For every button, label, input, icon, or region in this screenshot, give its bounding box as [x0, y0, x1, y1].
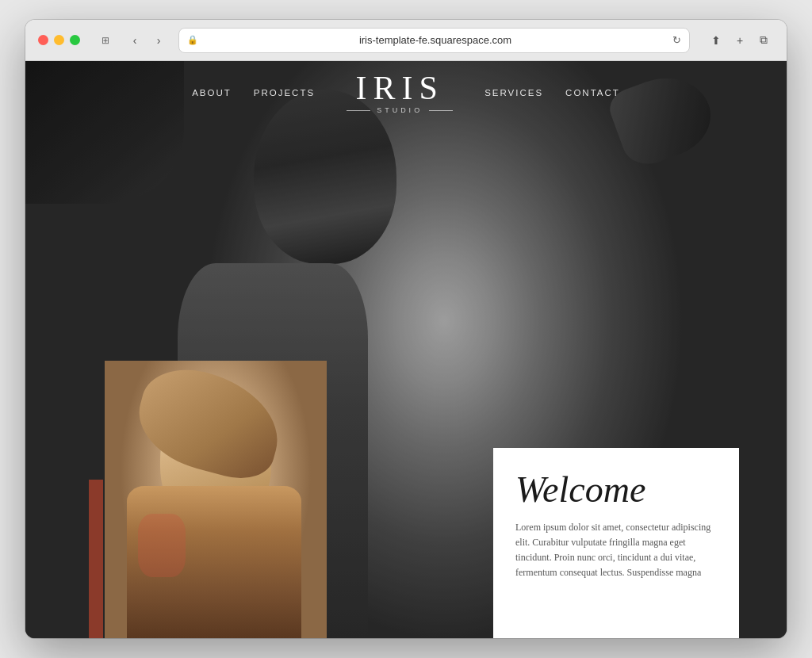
- website-content: ABOUT PROJECTS IRIS STUDIO SERVICES CONT…: [25, 61, 787, 638]
- red-accent-bar: [89, 480, 103, 638]
- lock-icon: 🔒: [187, 35, 198, 45]
- logo-divider-line-right: [429, 110, 453, 111]
- window-controls: ⊞: [96, 33, 115, 48]
- new-tab-button[interactable]: +: [730, 30, 750, 51]
- back-button[interactable]: ‹: [124, 30, 145, 51]
- forward-button[interactable]: ›: [148, 30, 169, 51]
- sidebar-toggle-button[interactable]: ⊞: [96, 33, 115, 48]
- logo-divider: STUDIO: [347, 106, 453, 114]
- refresh-button[interactable]: ↻: [672, 34, 681, 46]
- nav-links-right: SERVICES CONTACT: [485, 88, 620, 98]
- logo-divider-line-left: [347, 110, 370, 111]
- portrait-photo: [105, 361, 327, 638]
- share-button[interactable]: ⬆: [706, 30, 726, 51]
- toolbar-actions: ⬆ + ⧉: [706, 30, 774, 51]
- nav-contact[interactable]: CONTACT: [565, 88, 620, 98]
- nav-services[interactable]: SERVICES: [485, 88, 543, 98]
- portrait-floral: [138, 514, 186, 577]
- maximize-button[interactable]: [70, 35, 80, 45]
- nav-projects[interactable]: PROJECTS: [254, 88, 315, 98]
- nav-about[interactable]: ABOUT: [192, 88, 232, 98]
- logo[interactable]: IRIS STUDIO: [347, 71, 453, 114]
- nav-bar: ABOUT PROJECTS IRIS STUDIO SERVICES CONT…: [25, 61, 787, 124]
- minimize-button[interactable]: [54, 35, 64, 45]
- address-input[interactable]: [203, 34, 668, 46]
- logo-title: IRIS: [347, 71, 453, 105]
- close-button[interactable]: [38, 35, 48, 45]
- nav-links-left: ABOUT PROJECTS: [192, 88, 315, 98]
- portrait-card: [105, 361, 327, 638]
- duplicate-button[interactable]: ⧉: [753, 30, 774, 51]
- welcome-title: Welcome: [515, 470, 717, 511]
- traffic-lights: [38, 35, 80, 45]
- portrait-hair: [128, 361, 291, 487]
- browser-toolbar: ⊞ ‹ › 🔒 ↻ ⬆ + ⧉: [25, 20, 787, 61]
- browser-window: ⊞ ‹ › 🔒 ↻ ⬆ + ⧉: [25, 20, 787, 638]
- nav-buttons: ‹ ›: [124, 30, 169, 51]
- logo-subtitle: STUDIO: [377, 106, 423, 114]
- welcome-card: Welcome Lorem ipsum dolor sit amet, cons…: [493, 448, 739, 638]
- address-bar-container: 🔒 ↻: [178, 28, 690, 53]
- welcome-body: Lorem ipsum dolor sit amet, consectetur …: [515, 520, 717, 581]
